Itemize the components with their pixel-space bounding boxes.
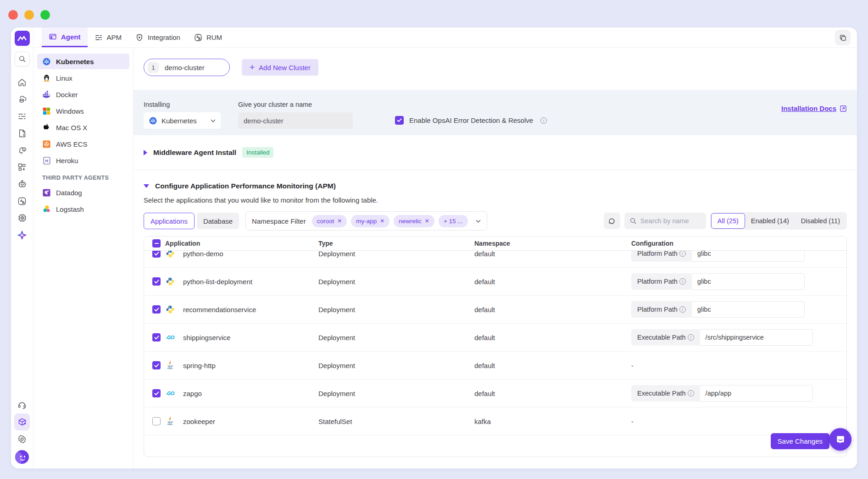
- application-name: python-demo: [183, 251, 223, 258]
- installation-docs-link[interactable]: Installation Docs: [781, 105, 847, 112]
- bot-icon[interactable]: [14, 176, 30, 193]
- sidebar-item-macosx[interactable]: Mac OS X: [37, 120, 129, 135]
- row-checkbox[interactable]: [152, 277, 161, 286]
- collapse-arrow-icon[interactable]: [144, 150, 147, 155]
- config-value-input[interactable]: glibc: [692, 273, 805, 290]
- config-label: Executable Pathi: [631, 329, 700, 346]
- tab-apm[interactable]: APM: [88, 28, 129, 47]
- user-avatar[interactable]: [15, 450, 29, 464]
- window-controls: [8, 10, 50, 20]
- opsai-label: Enable OpsAI Error Detection & Resolve: [409, 116, 533, 124]
- row-checkbox[interactable]: [152, 251, 161, 258]
- settings-gear-icon[interactable]: [14, 430, 30, 447]
- database-tab[interactable]: Database: [197, 213, 239, 229]
- row-checkbox[interactable]: [152, 333, 161, 341]
- remove-tag-icon[interactable]: ✕: [337, 218, 342, 224]
- copy-icon[interactable]: [835, 30, 851, 45]
- chat-launcher-button[interactable]: [829, 428, 851, 451]
- rum-session-icon[interactable]: [14, 193, 30, 209]
- config-value-input[interactable]: /src/shippingservice: [700, 329, 813, 346]
- info-icon[interactable]: i: [679, 306, 686, 313]
- info-icon[interactable]: i: [679, 251, 686, 257]
- search-icon: [629, 217, 637, 225]
- plus-icon: +: [250, 63, 255, 72]
- search-icon[interactable]: [15, 51, 30, 66]
- info-icon[interactable]: i: [688, 390, 694, 396]
- heroku-icon: H: [42, 156, 51, 165]
- alerts-icon[interactable]: [14, 142, 30, 159]
- opsai-checkbox[interactable]: [395, 116, 404, 125]
- refresh-icon[interactable]: [604, 213, 620, 229]
- rum-icon: [194, 33, 202, 42]
- ai-assistant-icon[interactable]: [14, 226, 30, 243]
- row-checkbox[interactable]: [152, 361, 161, 369]
- applications-table: Application Type Namespace Configuration…: [144, 236, 847, 457]
- applications-tab[interactable]: Applications: [144, 213, 195, 229]
- info-icon[interactable]: i: [679, 278, 686, 285]
- sidebar-item-windows[interactable]: Windows: [37, 103, 129, 119]
- namespace-tag[interactable]: newrelic✕: [394, 215, 434, 227]
- apm-icon: [95, 34, 103, 41]
- sidebar-item-linux[interactable]: Linux: [37, 70, 129, 86]
- chevron-down-icon[interactable]: [476, 220, 481, 223]
- sidebar-item-logstash[interactable]: Logstash: [37, 201, 129, 217]
- select-all-checkbox[interactable]: [152, 239, 161, 248]
- sidebar-item-kubernetes[interactable]: Kubernetes: [37, 54, 129, 69]
- tab-rum[interactable]: RUM: [187, 28, 229, 47]
- sidebar-item-docker[interactable]: Docker: [37, 87, 129, 102]
- aws-ecs-icon: [42, 140, 51, 149]
- status-tab-enabled[interactable]: Enabled (14): [745, 213, 795, 229]
- namespace-filter-label: Namespace Filter: [252, 217, 306, 225]
- tab-agent[interactable]: Agent: [42, 28, 88, 47]
- namespace-tag[interactable]: coroot✕: [312, 215, 347, 227]
- status-tab-all[interactable]: All (25): [711, 213, 745, 229]
- config-value-input[interactable]: /app/app: [700, 385, 813, 402]
- minimize-window-button[interactable]: [24, 10, 34, 20]
- row-checkbox[interactable]: [152, 417, 161, 425]
- info-icon[interactable]: i: [688, 334, 694, 341]
- remove-tag-icon[interactable]: ✕: [380, 218, 384, 224]
- infrastructure-icon[interactable]: [14, 91, 30, 108]
- info-icon[interactable]: i: [540, 117, 547, 124]
- cluster-tab[interactable]: 1 demo-cluster: [144, 59, 230, 76]
- remove-tag-icon[interactable]: ✕: [425, 218, 429, 224]
- installing-label: Installing: [144, 101, 221, 108]
- sidebar-item-label: Windows: [56, 107, 84, 115]
- config-label: Executable Pathi: [631, 385, 700, 402]
- namespace-tag[interactable]: my-app✕: [351, 215, 389, 227]
- close-window-button[interactable]: [8, 10, 18, 20]
- status-tab-disabled[interactable]: Disabled (11): [795, 213, 846, 229]
- application-type: StatefulSet: [318, 418, 474, 425]
- maximize-window-button[interactable]: [40, 10, 50, 20]
- tab-integration[interactable]: Integration: [128, 28, 187, 47]
- save-changes-button[interactable]: Save Changes: [771, 433, 829, 449]
- expand-arrow-icon[interactable]: [144, 184, 149, 188]
- search-by-name-input[interactable]: [640, 217, 700, 225]
- tag-label: my-app: [356, 218, 377, 225]
- search-field[interactable]: [624, 213, 706, 229]
- row-checkbox[interactable]: [152, 389, 161, 397]
- config-value-input[interactable]: glibc: [692, 301, 805, 318]
- home-icon[interactable]: [14, 74, 30, 91]
- installations-icon[interactable]: [14, 413, 30, 430]
- support-headset-icon[interactable]: [14, 396, 30, 413]
- cluster-name-input[interactable]: [238, 112, 353, 129]
- documents-icon[interactable]: [14, 125, 30, 142]
- add-new-cluster-button[interactable]: + Add New Cluster: [242, 59, 318, 76]
- platform-select[interactable]: Kubernetes: [144, 112, 221, 129]
- more-tags-badge[interactable]: + 15 ...: [439, 215, 468, 227]
- logs-icon[interactable]: [14, 108, 30, 125]
- sidebar-item-aws-ecs[interactable]: AWS ECS: [37, 136, 129, 152]
- sidebar-item-heroku[interactable]: H Heroku: [37, 153, 129, 168]
- sidebar-item-datadog[interactable]: Datadog: [37, 185, 129, 200]
- namespace-filter[interactable]: Namespace Filter coroot✕ my-app✕ newreli…: [245, 211, 487, 231]
- agent-install-section[interactable]: Middleware Agent Install Installed: [134, 135, 857, 170]
- processes-icon[interactable]: [14, 209, 30, 226]
- apm-section-header[interactable]: Configure Application Performance Monito…: [144, 182, 847, 190]
- config-value-input[interactable]: glibc: [692, 251, 805, 262]
- rail-bottom-group: [14, 396, 30, 464]
- dashboards-icon[interactable]: [14, 159, 30, 176]
- middleware-logo[interactable]: [15, 31, 30, 46]
- row-checkbox[interactable]: [152, 305, 161, 314]
- application-namespace: default: [474, 278, 631, 286]
